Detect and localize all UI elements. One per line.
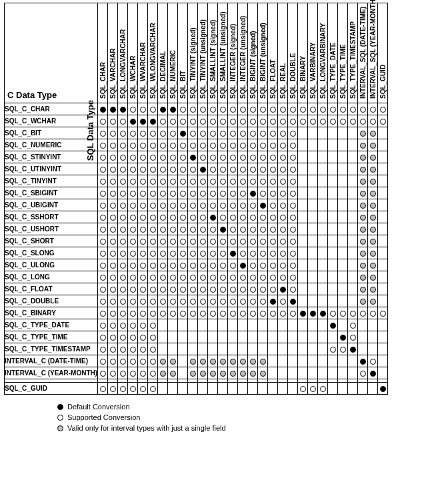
corner-cell: C Data Type SQL Data Type [5,3,98,103]
matrix-cell [298,199,308,211]
supported-conversion-icon [270,203,276,209]
col-header-label: SQL_VARCHAR [108,49,118,100]
matrix-cell [178,343,188,355]
supported-conversion-icon [100,347,106,353]
matrix-cell [318,259,328,271]
supported-conversion-icon [280,215,286,221]
default-conversion-icon [150,119,156,125]
supported-conversion-icon [250,311,256,317]
matrix-cell [218,211,228,223]
supported-conversion-icon [340,119,346,125]
interval-only-icon [370,275,376,281]
matrix-cell [318,367,328,379]
supported-conversion-icon [170,263,176,269]
matrix-cell [368,235,378,247]
matrix-cell [238,319,248,331]
matrix-cell [328,367,338,379]
supported-conversion-icon [340,311,346,317]
matrix-cell [348,199,358,211]
matrix-cell [348,235,358,247]
matrix-cell [158,187,168,199]
supported-conversion-icon [180,179,186,185]
supported-conversion-icon [140,299,146,305]
supported-conversion-icon [130,167,136,173]
row-header: SQL_C_SHORT [5,235,98,247]
matrix-cell [218,187,228,199]
matrix-cell [98,307,108,319]
matrix-cell [238,367,248,379]
matrix-cell [138,211,148,223]
supported-conversion-icon [100,119,106,125]
matrix-cell [98,283,108,295]
matrix-cell [98,355,108,367]
matrix-cell [328,271,338,283]
matrix-cell [188,103,198,115]
matrix-cell [178,383,188,395]
matrix-cell [298,211,308,223]
supported-conversion-icon [120,251,126,257]
col-header: SQL_LONGVARCHAR [118,3,128,103]
col-header-label: SQL_BIGINT (signed) [248,31,258,100]
supported-conversion-icon [300,119,306,125]
supported-conversion-icon [100,167,106,173]
supported-conversion-icon [370,107,376,113]
supported-conversion-icon [210,167,216,173]
matrix-cell [358,223,368,235]
matrix-cell [128,199,138,211]
matrix-cell [108,115,118,127]
matrix-cell [278,367,288,379]
matrix-cell [248,115,258,127]
matrix-cell [158,115,168,127]
matrix-cell [278,343,288,355]
supported-conversion-icon [140,167,146,173]
supported-conversion-icon [180,251,186,257]
col-header-label: SQL_DOUBLE [288,53,298,100]
matrix-cell [288,271,298,283]
interval-only-icon [360,275,366,281]
interval-only-icon [240,359,246,365]
supported-conversion-icon [210,191,216,197]
supported-conversion-icon [120,119,126,125]
interval-only-icon [360,263,366,269]
matrix-cell [198,187,208,199]
row-header: SQL_C_BIT [5,127,98,139]
supported-conversion-icon [150,131,156,137]
supported-conversion-icon [210,143,216,149]
matrix-cell [338,259,348,271]
supported-conversion-icon [210,287,216,293]
col-header-label: SQL_BIT [178,71,188,100]
matrix-cell [178,115,188,127]
supported-conversion-icon [190,107,196,113]
matrix-cell [358,295,368,307]
matrix-cell [368,127,378,139]
matrix-cell [368,295,378,307]
matrix-cell [368,103,378,115]
supported-conversion-icon [200,191,206,197]
matrix-cell [308,383,318,395]
matrix-cell [348,115,358,127]
supported-conversion-icon [120,155,126,161]
matrix-cell [118,383,128,395]
supported-conversion-icon [300,107,306,113]
interval-only-icon [220,359,226,365]
matrix-cell [238,175,248,187]
matrix-cell [258,115,268,127]
matrix-cell [368,383,378,395]
supported-conversion-icon [150,215,156,221]
matrix-cell [368,115,378,127]
supported-conversion-icon [200,203,206,209]
matrix-cell [138,175,148,187]
matrix-cell [198,199,208,211]
supported-conversion-icon [260,107,266,113]
interval-only-icon [370,263,376,269]
col-header-label: SQL_TINYINT (unsigned) [198,19,208,100]
interval-only-icon [360,299,366,305]
matrix-cell [308,163,318,175]
matrix-cell [118,247,128,259]
matrix-cell [98,163,108,175]
matrix-cell [318,235,328,247]
row-header: SQL_C_TYPE_DATE [5,319,98,331]
matrix-cell [258,175,268,187]
matrix-cell [178,139,188,151]
matrix-cell [148,259,158,271]
